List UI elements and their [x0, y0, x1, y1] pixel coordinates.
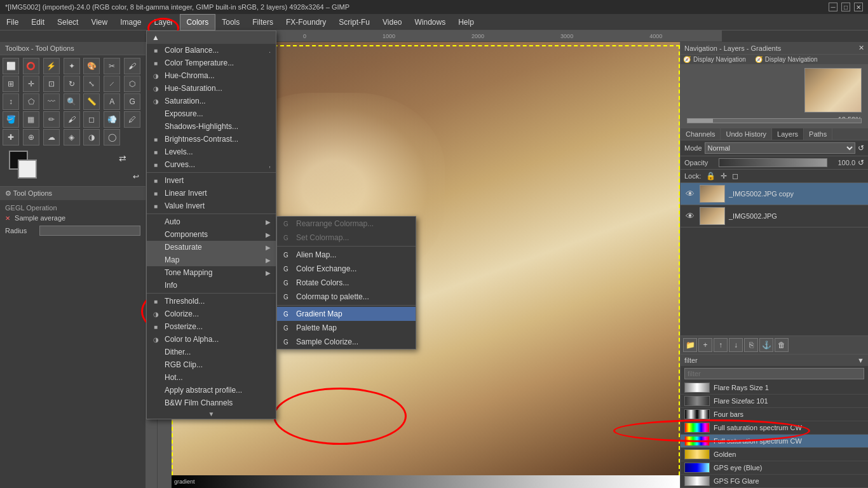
menu-rgb-clip[interactable]: RGB Clip...	[147, 358, 276, 371]
menu-info[interactable]: Info	[147, 279, 276, 292]
gradient-full-sat-ccw[interactable]: Full saturation spectrum CW	[681, 421, 868, 435]
gradient-gps-eye[interactable]: GPS eye (Blue)	[681, 461, 868, 475]
submenu-color-exchange[interactable]: G Color Exchange...	[277, 262, 416, 276]
menu-filters[interactable]: Filters	[246, 14, 280, 30]
reset-colors-icon[interactable]: ↩	[133, 172, 139, 181]
opacity-reset-icon[interactable]: ↺	[858, 158, 864, 167]
tool-paintbrush[interactable]: 🖌	[64, 111, 80, 128]
submenu-palette-map[interactable]: G Palette Map	[277, 321, 416, 335]
tab-undo-history[interactable]: Undo History	[721, 128, 772, 140]
tool-eraser[interactable]: ◻	[83, 111, 100, 128]
nav-slider-thumb[interactable]	[688, 119, 713, 123]
menu-tone-mapping[interactable]: Tone Mapping ▶	[147, 266, 276, 279]
layer-visibility-icon[interactable]: 👁	[684, 189, 696, 199]
tool-blend[interactable]: ▦	[23, 111, 39, 128]
tool-convolve[interactable]: ◈	[64, 129, 80, 146]
tool-gegl[interactable]: G	[124, 93, 140, 110]
menu-components[interactable]: Components ▶	[147, 228, 276, 241]
gradient-flare-rays[interactable]: Flare Rays Size 1	[681, 381, 868, 395]
tool-align[interactable]: ⊞	[3, 76, 19, 92]
menu-file[interactable]: File	[0, 14, 25, 30]
menu-value-invert[interactable]: ■ Value Invert	[147, 200, 276, 212]
menu-colorize[interactable]: ◑ Colorize...	[147, 308, 276, 320]
tool-free-select[interactable]: ⚡	[43, 58, 60, 74]
filter-input[interactable]	[684, 368, 864, 379]
menu-linear-invert[interactable]: ■ Linear Invert	[147, 187, 276, 200]
lock-position-icon[interactable]: ✛	[721, 172, 727, 180]
menu-curves[interactable]: ■ Curves... ,	[147, 158, 276, 171]
menu-shadows-highlights[interactable]: Shadows-Highlights...	[147, 120, 276, 133]
new-layer-group-button[interactable]: 📁	[683, 338, 697, 352]
menu-select[interactable]: Select	[51, 14, 85, 30]
menu-help[interactable]: Help	[452, 14, 480, 30]
menu-edit[interactable]: Edit	[25, 14, 51, 30]
tool-pencil[interactable]: ✏	[43, 111, 60, 128]
new-layer-button[interactable]: +	[698, 338, 712, 352]
menu-bw-film[interactable]: B&W Film Channels	[147, 396, 276, 409]
tool-warp[interactable]: 〰	[43, 93, 60, 110]
tool-ellipse-select[interactable]: ⭕	[23, 58, 39, 74]
submenu-alien-map[interactable]: G Alien Map...	[277, 248, 416, 262]
tool-foreground-select[interactable]: 🖌	[124, 58, 140, 74]
menu-fx-foundry[interactable]: FX-Foundry	[280, 14, 332, 30]
tool-rotate[interactable]: ↻	[64, 76, 80, 92]
menu-layer[interactable]: Layer	[148, 14, 180, 30]
radius-input[interactable]	[39, 226, 140, 236]
tool-measure[interactable]: 📏	[83, 93, 100, 110]
gradient-golden[interactable]: Golden	[681, 448, 868, 461]
tool-text[interactable]: A	[104, 93, 120, 110]
gradient-full-sat-cw[interactable]: Full saturation spectrum CW	[681, 435, 868, 448]
lock-alpha-icon[interactable]: ◻	[732, 172, 738, 180]
submenu-colormap-to-palette[interactable]: G Colormap to palette...	[277, 290, 416, 304]
tool-airbrush[interactable]: 💨	[104, 111, 120, 128]
nav-slider[interactable]	[687, 118, 862, 123]
gradient-four-bars[interactable]: Four bars	[681, 408, 868, 421]
lower-layer-button[interactable]: ↓	[729, 338, 743, 352]
lock-pixels-icon[interactable]: 🔒	[706, 172, 715, 180]
tool-scale[interactable]: ⤡	[83, 76, 100, 92]
background-color[interactable]	[18, 159, 37, 179]
tool-flip[interactable]: ↕	[3, 93, 19, 110]
submenu-rotate-colors[interactable]: G Rotate Colors...	[277, 276, 416, 290]
menu-video[interactable]: Video	[376, 14, 408, 30]
menu-tools[interactable]: Tools	[215, 14, 246, 30]
menu-dither[interactable]: Dither...	[147, 346, 276, 358]
menu-auto[interactable]: Auto ▶	[147, 215, 276, 228]
tool-ink[interactable]: 🖊	[124, 111, 140, 128]
menu-color-to-alpha[interactable]: ◑ Color to Alpha...	[147, 333, 276, 346]
submenu-sample-colorize[interactable]: G Sample Colorize...	[277, 335, 416, 349]
tool-cage[interactable]: ⬠	[23, 93, 39, 110]
gradient-flare-sizefac[interactable]: Flare Sizefac 101	[681, 395, 868, 408]
menu-desaturate[interactable]: Desaturate ▶	[147, 241, 276, 254]
tab-layers[interactable]: Layers	[772, 128, 804, 140]
display-nav-label[interactable]: Display Navigation	[693, 56, 746, 63]
menu-image[interactable]: Image	[114, 14, 147, 30]
layer-item[interactable]: 👁 _IMG5002.JPG	[681, 205, 868, 227]
submenu-gradient-map[interactable]: G Gradient Map	[277, 307, 416, 321]
menu-threshold[interactable]: ■ Threshold...	[147, 295, 276, 308]
minimize-button[interactable]: ─	[829, 3, 837, 11]
tool-rect-select[interactable]: ⬜	[3, 58, 19, 74]
tool-crop[interactable]: ⊡	[43, 76, 60, 92]
menu-levels[interactable]: ■ Levels...	[147, 146, 276, 158]
tool-desaturate[interactable]: ◯	[104, 129, 120, 146]
tool-color-select[interactable]: 🎨	[83, 58, 100, 74]
tool-bucket-fill[interactable]: 🪣	[3, 111, 19, 128]
menu-map[interactable]: Map ▶	[147, 254, 276, 266]
menu-view[interactable]: View	[85, 14, 114, 30]
tool-zoom[interactable]: 🔍	[64, 93, 80, 110]
menu-hue-saturation[interactable]: ◑ Hue-Saturation...	[147, 82, 276, 95]
menu-invert[interactable]: ■ Invert	[147, 174, 276, 187]
layer-visibility-icon[interactable]: 👁	[684, 211, 696, 221]
gegl-close-icon[interactable]: ✕	[5, 215, 10, 222]
menu-brightness-contrast[interactable]: ■ Brightness-Contrast...	[147, 133, 276, 146]
menu-hue-chroma[interactable]: ◑ Hue-Chroma...	[147, 69, 276, 82]
gradient-gps-fg-glare[interactable]: GPS FG Glare	[681, 475, 868, 488]
tab-channels[interactable]: Channels	[681, 128, 721, 140]
maximize-button[interactable]: □	[841, 3, 850, 11]
layer-item[interactable]: 👁 _IMG5002.JPG copy	[681, 183, 868, 205]
swap-colors-icon[interactable]: ⇄	[119, 153, 126, 163]
menu-script-fu[interactable]: Script-Fu	[332, 14, 376, 30]
tool-perspective[interactable]: ⬡	[124, 76, 140, 92]
menu-exposure[interactable]: Exposure...	[147, 107, 276, 120]
